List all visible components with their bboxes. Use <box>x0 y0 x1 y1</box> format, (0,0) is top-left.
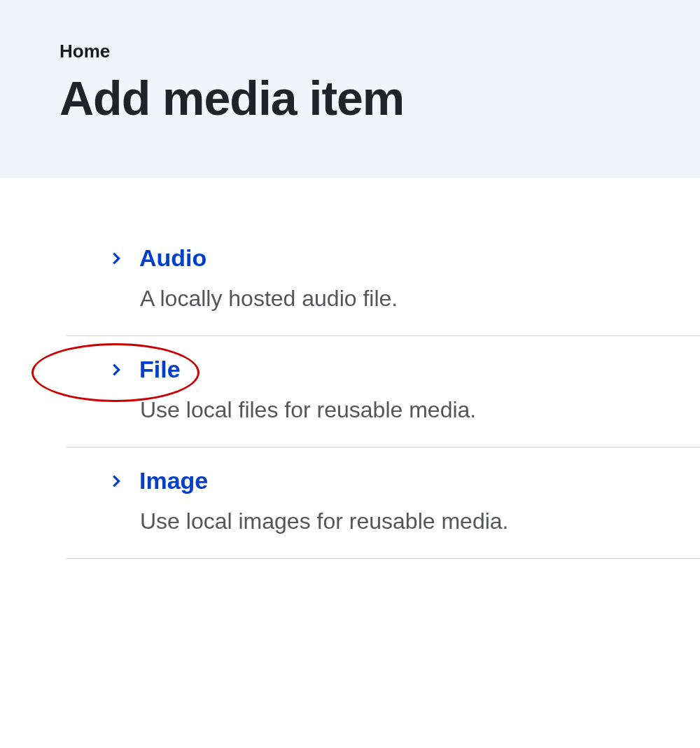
page-header: Home Add media item <box>0 0 700 178</box>
media-item-header[interactable]: Image <box>108 467 700 494</box>
media-item-description: Use local files for reusable media. <box>108 397 700 423</box>
media-item-audio: Audio A locally hosted audio file. <box>66 244 700 336</box>
chevron-right-icon <box>108 473 124 489</box>
media-item-header[interactable]: Audio <box>108 244 700 272</box>
media-item-link-audio[interactable]: Audio <box>139 244 206 272</box>
media-item-link-image[interactable]: Image <box>139 467 208 494</box>
page-title: Add media item <box>59 71 700 125</box>
chevron-right-icon <box>108 362 124 378</box>
media-item-header[interactable]: File <box>108 356 700 383</box>
media-item-image: Image Use local images for reusable medi… <box>66 448 700 559</box>
media-item-file: File Use local files for reusable media. <box>66 336 700 448</box>
chevron-right-icon <box>108 251 124 266</box>
media-item-description: A locally hosted audio file. <box>108 286 700 312</box>
media-item-description: Use local images for reusable media. <box>108 508 700 534</box>
breadcrumb-home[interactable]: Home <box>59 41 700 62</box>
media-type-list-section: Audio A locally hosted audio file. File … <box>0 178 700 559</box>
media-item-link-file[interactable]: File <box>139 356 181 383</box>
media-type-list: Audio A locally hosted audio file. File … <box>0 244 700 559</box>
